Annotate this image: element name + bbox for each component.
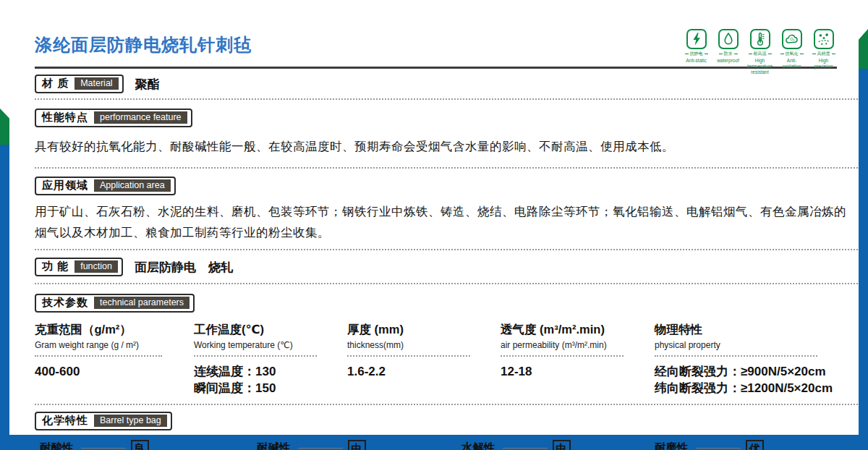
header-row: 涤纶面层防静电烧轧针刺毡 抗静电 Anti-static [35, 29, 858, 67]
tech-value: 连续温度：130 瞬间温度：150 [194, 364, 347, 397]
column-divider [194, 355, 317, 357]
badge-anti-static: 抗静电 Anti-static [682, 29, 710, 75]
performance-section: 性能特点 performance feature 具有较好的抗氧化能力、耐酸碱性… [35, 109, 858, 158]
function-section-label: 功 能 function [35, 258, 123, 276]
dotted-divider [35, 404, 858, 405]
thermometer-icon [750, 29, 770, 49]
grade-badge: 中 [553, 440, 571, 450]
tech-value: 1.6-2.2 [347, 364, 501, 381]
badge-anti-oxidation: O₃ 抗氧化 Anti-oxidation [778, 29, 806, 75]
tech-col-physical-property: 物理特性 physical property 经向断裂强力：≥900N/5×20… [655, 322, 858, 397]
chemical-grid: 耐酸性 良 Acid Resistance 耐碱性 中 Alkali Resis… [35, 440, 858, 450]
content-area: 涤纶面层防静电烧轧针刺毡 抗静电 Anti-static [0, 0, 868, 450]
technical-section: 技术参数 technical parameters 克重范围（g/m²） Gra… [35, 294, 858, 397]
precision-dots-icon [814, 29, 834, 49]
grade-connector-line [503, 448, 548, 449]
dotted-divider [35, 167, 858, 169]
column-divider [35, 355, 162, 357]
water-drop-icon [718, 29, 739, 49]
application-text: 用于矿山、石灰石粉、水泥的生料、磨机、包装等环节；钢铁行业中炼铁、铸造、烧结、电… [35, 201, 858, 244]
technical-table: 克重范围（g/m²） Gram weight range (g / m²) 40… [35, 322, 858, 397]
performance-text: 具有较好的抗氧化能力、耐酸碱性能一般、在较高温度时、预期寿命会受烟气含水量的影响… [35, 136, 858, 158]
chem-item-hydrolysis-resistance: 水解性 中 Hydrolysis Resistance [461, 440, 655, 450]
material-section-label: 材 质 Material [35, 75, 124, 93]
grade-badge: 中 [348, 440, 366, 450]
column-divider [501, 355, 624, 357]
application-section: 应用领域 Application area 用于矿山、石灰石粉、水泥的生料、磨机… [35, 177, 858, 244]
grade-badge: 优 [746, 440, 764, 450]
chemical-section-label: 化学特性 Barrel type bag [35, 412, 172, 430]
function-row: 功 能 function 面层防静电 烧轧 [35, 258, 858, 276]
tech-value: 12-18 [501, 364, 655, 381]
material-value: 聚酯 [135, 76, 160, 93]
chem-item-acid-resistance: 耐酸性 良 Acid Resistance [40, 440, 257, 450]
material-row: 材 质 Material 聚酯 [35, 75, 858, 93]
lightning-icon [686, 29, 707, 49]
dotted-divider [35, 283, 858, 284]
grade-connector-line [298, 448, 343, 449]
tech-col-gram-weight: 克重范围（g/m²） Gram weight range (g / m²) 40… [35, 322, 194, 397]
tech-value: 经向断裂强力：≥900N/5×20cm 纬向断裂强力：≥1200N/5×20cm [655, 364, 858, 397]
dotted-divider [35, 249, 858, 250]
page-title: 涤纶面层防静电烧轧针刺毡 [35, 29, 252, 56]
column-divider [347, 355, 470, 357]
dotted-divider [35, 98, 858, 100]
tech-col-working-temperature: 工作温度(℃) Working temperature (℃) 连续温度：130… [194, 322, 347, 397]
application-section-label: 应用领域 Application area [35, 177, 176, 195]
tech-value: 400-600 [35, 364, 194, 381]
feature-badges: 抗静电 Anti-static 防水 waterproof [682, 29, 838, 75]
performance-section-label: 性能特点 performance feature [35, 109, 192, 127]
badge-high-precision: 高精度 High precision [809, 29, 838, 75]
svg-text:O₃: O₃ [789, 37, 794, 41]
grade-badge: 良 [131, 440, 149, 450]
technical-section-label: 技术参数 technical parameters [35, 294, 195, 313]
grade-connector-line [696, 448, 741, 449]
grade-connector-line [81, 448, 126, 449]
tech-col-air-permeability: 透气度 (m³/m².min) air permeability (m³/m².… [501, 322, 655, 397]
chem-item-alkali-resistance: 耐碱性 中 Alkali Resistance [257, 440, 461, 450]
datasheet-page: 涤纶面层防静电烧轧针刺毡 抗静电 Anti-static [0, 0, 868, 450]
badge-high-temperature: 耐高温 High temperature resistant [746, 29, 774, 75]
badge-waterproof: 防水 waterproof [714, 29, 742, 75]
tech-col-thickness: 厚度 (mm) thickness(mm) 1.6-2.2 [347, 322, 501, 397]
chemical-section: 化学特性 Barrel type bag 耐酸性 良 Acid Resistan… [35, 412, 858, 450]
chem-item-abrasive-resistance: 耐磨性 优 Abrasive Resistance [655, 440, 858, 450]
cloud-icon: O₃ [782, 29, 802, 49]
function-value: 面层防静电 烧轧 [135, 259, 233, 276]
column-divider [655, 355, 817, 357]
